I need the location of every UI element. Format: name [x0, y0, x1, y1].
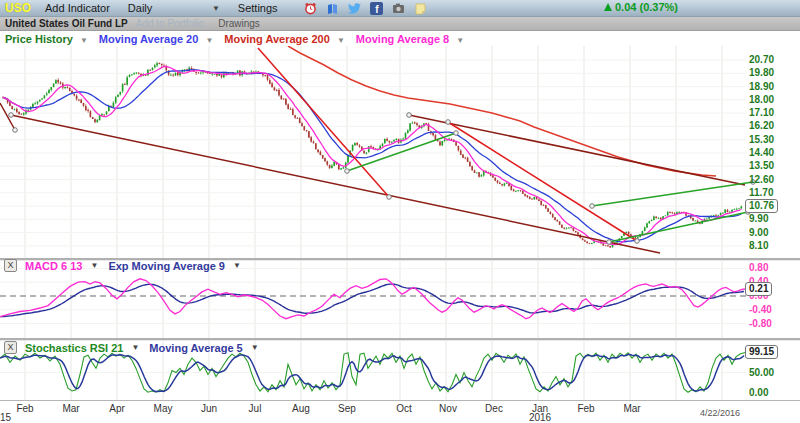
ma200-label: Moving Average 200	[224, 33, 330, 45]
price-axis-label: 20.70	[749, 54, 774, 65]
time-axis-month: Nov	[439, 404, 457, 413]
candlestick-series	[2, 62, 742, 248]
stoch-panel-header: X Stochastics RSI 21 ▼ Moving Average 5 …	[4, 341, 269, 354]
time-axis[interactable]: 15 4/22/2016 FebMarAprMayJunJulAugSepOct…	[0, 400, 800, 423]
twitter-icon[interactable]	[348, 2, 361, 15]
ma20-line	[3, 70, 741, 242]
macd-axis-label: -0.40	[749, 304, 772, 315]
ma8-label: Moving Average 8	[356, 33, 449, 45]
maroon-trendline[interactable]	[409, 115, 745, 185]
chevron-down-icon: ▼	[212, 4, 220, 13]
facebook-icon[interactable]: f	[370, 2, 383, 15]
macd-line	[0, 279, 745, 319]
stoch-value-box: 99.15	[745, 345, 778, 359]
macd-value-box: 0.21	[745, 282, 772, 296]
ma200-menu[interactable]: Moving Average 200 ▼	[224, 33, 345, 45]
up-arrow-icon	[604, 3, 612, 11]
time-axis-month: Jan2016	[529, 404, 551, 422]
macd-subtitle[interactable]: Exp Moving Average 9	[108, 260, 225, 272]
trendline-anchor[interactable]	[590, 204, 595, 209]
time-axis-month: May	[154, 404, 173, 413]
ma8-menu[interactable]: Moving Average 8 ▼	[356, 33, 464, 45]
ma20-menu[interactable]: Moving Average 20 ▼	[99, 33, 213, 45]
trendline-anchor[interactable]	[345, 169, 350, 174]
chevron-down-icon: ▼	[205, 36, 213, 45]
chevron-down-icon: ▼	[337, 36, 345, 45]
time-axis-month: Jul	[249, 404, 262, 413]
chevron-down-icon[interactable]: ▼	[251, 343, 259, 352]
price-axis-label: 18.00	[749, 94, 774, 105]
chevron-down-icon: ▼	[456, 36, 464, 45]
year-label: 15	[0, 412, 11, 423]
stoch-ma-line	[0, 355, 744, 392]
price-axis-label: 18.90	[749, 81, 774, 92]
macd-title[interactable]: MACD 6 13	[25, 260, 82, 272]
price-axis-label: 16.20	[749, 120, 774, 131]
time-axis-month: Mar	[623, 404, 640, 413]
trendline-anchor[interactable]	[13, 128, 18, 133]
trendline-anchor[interactable]	[454, 131, 459, 136]
price-chart[interactable]	[0, 46, 760, 258]
green-trendline[interactable]	[592, 182, 753, 206]
date-label: 4/22/2016	[700, 408, 740, 418]
trendline-anchor[interactable]	[9, 113, 14, 118]
top-toolbar: USO Add Indicator Daily ▼ Settings f	[0, 0, 800, 17]
chevron-down-icon[interactable]: ▼	[90, 261, 98, 270]
company-name: United States Oil Fund LP	[5, 18, 128, 29]
price-axis-label: 13.50	[749, 160, 774, 171]
macd-panel-header: X MACD 6 13 ▼ Exp Moving Average 9 ▼	[4, 259, 251, 272]
price-axis-label: 17.10	[749, 107, 774, 118]
camera-icon[interactable]	[392, 2, 405, 15]
price-axis-label: 9.00	[749, 227, 768, 238]
time-axis-month: Oct	[396, 404, 412, 413]
note-icon[interactable]	[414, 2, 427, 15]
current-price-box: 10.76	[745, 199, 778, 213]
chart-book-icon[interactable]	[326, 2, 339, 15]
time-axis-month: Feb	[577, 404, 594, 413]
add-indicator-button[interactable]: Add Indicator	[45, 2, 110, 14]
daily-change: 0.04 (0.37%)	[604, 1, 678, 13]
stoch-axis-label: 0.00	[749, 387, 768, 398]
trendline-anchor[interactable]	[407, 113, 412, 118]
chevron-down-icon: ▼	[80, 36, 88, 45]
macd-close-button[interactable]: X	[4, 259, 17, 272]
trendline-anchor[interactable]	[387, 195, 392, 200]
chevron-down-icon[interactable]: ▼	[131, 343, 139, 352]
price-axis-label: 15.30	[749, 134, 774, 145]
trendline-anchor[interactable]	[607, 240, 612, 245]
indicator-bar: Price History ▼ Moving Average 20 ▼ Movi…	[0, 31, 800, 46]
time-axis-month: Sep	[338, 404, 356, 413]
time-axis-month: Apr	[109, 404, 125, 413]
price-axis-label: 8.10	[749, 240, 768, 251]
stoch-subtitle[interactable]: Moving Average 5	[149, 342, 242, 354]
price-axis-label: 14.40	[749, 147, 774, 158]
trendline-anchor[interactable]	[446, 120, 451, 125]
settings-button[interactable]: Settings	[238, 2, 278, 14]
stoch-axis-label: 50.00	[749, 367, 774, 378]
price-grid	[0, 46, 746, 258]
drawings-button[interactable]: Drawings	[218, 18, 260, 29]
chart-app-window: { "toolbar": { "symbol": "USO", "add_ind…	[0, 0, 800, 423]
ma20-label: Moving Average 20	[99, 33, 198, 45]
change-value: 0.04 (0.37%)	[615, 1, 678, 13]
red-trendline[interactable]	[258, 48, 389, 197]
alarm-clock-icon[interactable]	[304, 2, 317, 15]
symbol-subheader: United States Oil Fund LP Add to Portfol…	[0, 17, 800, 31]
price-history-menu[interactable]: Price History ▼	[5, 33, 88, 45]
macd-axis-label: -0.80	[749, 318, 772, 329]
time-axis-month: Mar	[62, 404, 79, 413]
price-axis-label: 11.70	[749, 187, 773, 198]
macd-axis-label: 0.80	[749, 262, 768, 273]
symbol-label[interactable]: USO	[5, 1, 31, 15]
stoch-title[interactable]: Stochastics RSI 21	[25, 342, 123, 354]
price-axis-label: 12.60	[749, 174, 774, 185]
trendline-anchor[interactable]	[635, 239, 640, 244]
stoch-close-button[interactable]: X	[4, 341, 17, 354]
chevron-down-icon[interactable]: ▼	[233, 261, 241, 270]
time-axis-month: Dec	[485, 404, 503, 413]
toolbar-icons: f	[304, 2, 427, 15]
timeframe-select[interactable]: Daily ▼	[128, 2, 220, 14]
add-to-portfolio-link[interactable]: Add to Portfolio	[136, 18, 204, 29]
price-axis-label: 9.90	[749, 213, 768, 224]
time-axis-month: Feb	[16, 404, 33, 413]
